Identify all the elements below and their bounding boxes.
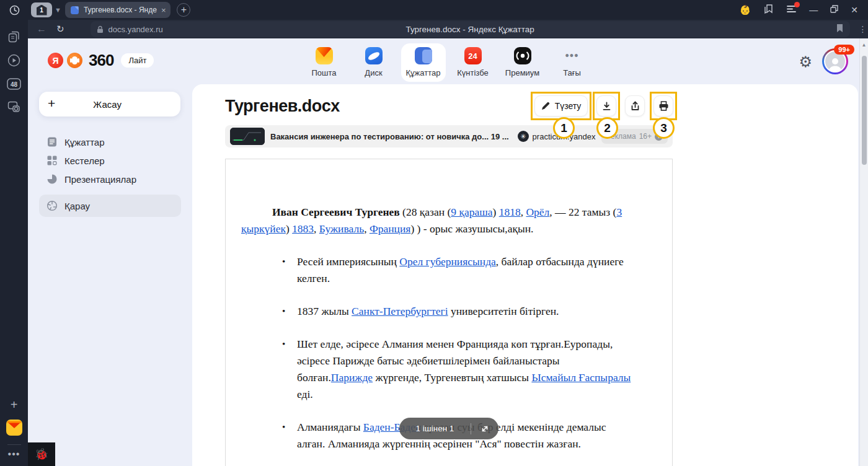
divider — [7, 444, 21, 445]
addressbar-actions: ⋮ — [859, 24, 868, 35]
yandex360-icon — [67, 53, 82, 68]
more-apps-icon: ••• — [564, 47, 581, 64]
nav-item-mail[interactable]: Пошта — [302, 43, 347, 82]
share-button[interactable] — [625, 95, 645, 116]
restore-button[interactable] — [830, 5, 838, 15]
speed-badge-icon[interactable]: 48 — [7, 78, 21, 90]
doc-bullet: 1837 жылы Санкт-Петербургтегі университе… — [241, 303, 636, 320]
nav-item-calendar[interactable]: 24 Күнтізбе — [451, 43, 495, 82]
doc-link[interactable]: Санкт-Петербургтегі — [352, 305, 448, 317]
yandex-letter-icon: Я — [48, 53, 63, 68]
browser-sidebar: 48 + ••• — [0, 20, 28, 466]
document-icon — [46, 136, 58, 147]
sidebar-nav: Құжаттар Кестелер Презентациялар Қарау — [39, 133, 181, 217]
doc-bullet: Шет елде, әсіресе Алмания менен Францияд… — [241, 336, 636, 403]
history-icon[interactable] — [5, 1, 24, 19]
annotation-number-3: 3 — [653, 117, 675, 139]
view-icon — [46, 200, 58, 211]
doc-bullet: Ресей империясының Орел губерниясында, б… — [241, 253, 636, 287]
docs-favicon-icon — [70, 6, 79, 15]
doc-link[interactable]: 9 қараша — [451, 206, 492, 218]
nav-item-premium[interactable]: Премиум — [500, 43, 545, 82]
scrollbar-thumb[interactable] — [862, 56, 867, 165]
new-tab-button[interactable]: + — [177, 3, 190, 17]
sidebar-item-tables[interactable]: Кестелер — [39, 151, 181, 170]
tables-icon — [46, 155, 58, 166]
annotation-box-1: Түзету — [531, 92, 591, 120]
add-panel-icon[interactable]: + — [11, 398, 18, 412]
documents-icon — [415, 47, 432, 64]
doc-link[interactable]: Ысмайыл Ғаспыралы — [531, 371, 631, 384]
more-options-icon[interactable]: ⋮ — [859, 24, 867, 34]
mail-icon — [316, 47, 333, 64]
print-button[interactable] — [653, 95, 673, 116]
tab-group-count: 1 — [37, 5, 47, 15]
back-icon[interactable]: ← — [37, 24, 46, 35]
profile-avatar-emoji[interactable]: 👶 — [740, 4, 751, 15]
settings-gear-icon[interactable]: ⚙ — [799, 53, 812, 71]
document-header: Тургенев.docx Түзету — [225, 92, 677, 120]
yandex360-logo[interactable]: Я 360 Лайт — [48, 51, 154, 70]
close-window-button[interactable]: ✕ — [851, 5, 858, 15]
tab-group-chip[interactable]: 1 — [31, 2, 52, 17]
screenshot-icon[interactable] — [7, 101, 20, 113]
plan-badge: Лайт — [121, 53, 154, 68]
scroll-up-arrow[interactable]: ▲ — [860, 42, 868, 48]
content-column: Тургенев.docx Түзету — [192, 84, 677, 466]
chevron-down-icon[interactable]: ▼ — [55, 6, 61, 14]
menu-notification-dot — [794, 2, 800, 7]
doc-link[interactable]: Парижде — [331, 371, 373, 384]
mail-app-icon[interactable] — [6, 420, 22, 436]
doc-link[interactable]: Орёл — [526, 206, 549, 218]
disk-icon — [365, 47, 383, 64]
sidebar-item-documents[interactable]: Құжаттар — [39, 133, 181, 151]
user-avatar[interactable]: 99+ — [822, 48, 848, 74]
sidebar-item-presentations[interactable]: Презентациялар — [39, 170, 181, 188]
titlebar-controls: 👶 — ✕ — [740, 4, 868, 17]
doc-link[interactable]: 1883 — [292, 222, 314, 235]
app-nav: Пошта Диск Құжаттар 24 Күнтізбе Премиум … — [302, 43, 595, 82]
doc-link[interactable]: Буживаль — [319, 222, 364, 235]
tab-title: Тургенев.docx - Яндек — [84, 6, 157, 14]
annotation-number-2: 2 — [596, 117, 618, 139]
share-icon — [631, 101, 640, 111]
reload-icon[interactable]: ↻ — [56, 24, 64, 35]
share-box — [621, 92, 649, 120]
expand-icon[interactable] — [471, 424, 498, 433]
ad-thumbnail — [230, 128, 265, 145]
main-panel: Тургенев.docx Түзету — [192, 84, 858, 466]
doc-link[interactable]: 1818 — [499, 206, 521, 218]
yandex360-header: Я 360 Лайт Пошта Диск Құжаттар 24 Күнтіз… — [28, 38, 868, 84]
doc-link[interactable]: Франция — [370, 222, 411, 235]
scrollbar[interactable]: ▲ — [859, 38, 868, 466]
nav-item-documents[interactable]: Құжаттар — [401, 43, 446, 82]
document-title: Тургенев.docx — [225, 97, 340, 116]
tab-close-icon[interactable]: × — [161, 6, 166, 14]
play-icon[interactable] — [7, 54, 20, 67]
practicum-logo-icon: ✳ — [518, 131, 529, 142]
minimize-button[interactable]: — — [809, 5, 818, 15]
sidebar-item-view[interactable]: Қарау — [39, 195, 181, 217]
browser-tab-bar: 1 ▼ Тургенев.docx - Яндек × + 👶 — ✕ — [0, 0, 868, 20]
download-button[interactable] — [596, 95, 616, 116]
sidebar-more-icon[interactable]: ••• — [8, 449, 20, 460]
doc-paragraph: Иван Сергеевич Тургенев (28 қазан (9 қар… — [241, 204, 636, 237]
bookmarks-icon[interactable] — [763, 4, 774, 17]
edit-button[interactable]: Түзету — [534, 95, 588, 116]
plus-icon: + — [48, 96, 55, 111]
doc-bold-text: Иван Сергеевич Тургенев — [272, 206, 400, 218]
calendar-icon: 24 — [464, 47, 482, 64]
browser-tab[interactable]: Тургенев.docx - Яндек × — [65, 2, 171, 18]
ad-headline: Вакансия инженера по тестированию: от но… — [270, 132, 509, 141]
page-title: Тургенев.docx - Яндекс Құжаттар — [91, 25, 850, 34]
windows-icon[interactable] — [8, 31, 20, 43]
notification-count-badge: 99+ — [834, 45, 854, 55]
nav-item-more[interactable]: ••• Тағы — [550, 43, 595, 82]
browser-menu-icon[interactable] — [786, 4, 797, 15]
create-button[interactable]: + Жасау — [39, 92, 180, 116]
page-indicator: 1 ішінен 1 — [399, 418, 498, 439]
nav-item-disk[interactable]: Диск — [352, 43, 396, 82]
url-field[interactable]: docs.yandex.ru Тургенев.docx - Яндекс Құ… — [91, 21, 850, 37]
annotation-box-3 — [650, 92, 677, 120]
doc-link[interactable]: Орел губерниясында — [399, 255, 496, 268]
